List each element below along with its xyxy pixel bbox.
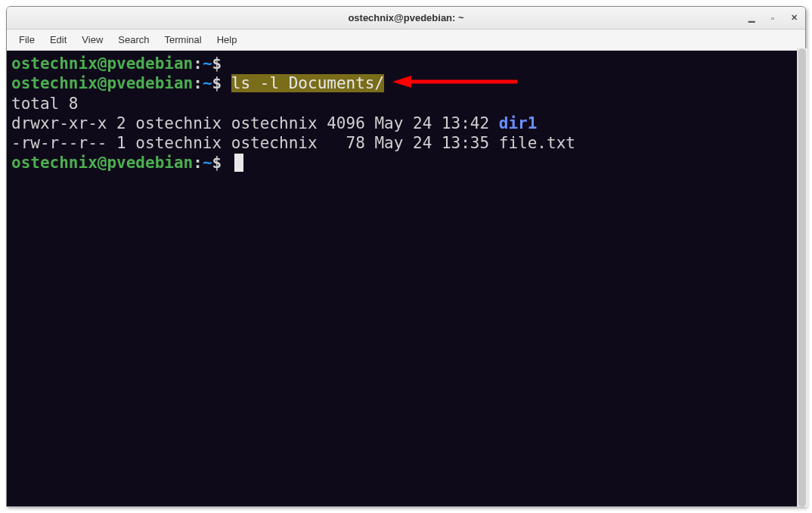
prompt-user: ostechnix@pvedebian	[11, 74, 193, 92]
window-controls: ▁ ▫ ✕	[746, 13, 799, 23]
terminal-line-6: ostechnix@pvedebian:~$	[11, 153, 801, 173]
arrow-annotation-icon	[392, 74, 521, 89]
cursor-icon	[234, 154, 243, 172]
prompt-colon: :	[193, 74, 203, 92]
titlebar[interactable]: ostechnix@pvedebian: ~ ▁ ▫ ✕	[7, 7, 805, 30]
close-button[interactable]: ✕	[789, 13, 799, 23]
menu-help[interactable]: Help	[209, 31, 245, 48]
menu-terminal[interactable]: Terminal	[157, 31, 209, 48]
menu-view[interactable]: View	[74, 31, 110, 48]
highlighted-command: ls -l Documents/	[231, 74, 384, 92]
menu-edit[interactable]: Edit	[42, 31, 74, 48]
terminal-content[interactable]: ostechnix@pvedebian:~$ ostechnix@pvedebi…	[7, 51, 805, 506]
terminal-line-5: -rw-r--r-- 1 ostechnix ostechnix 78 May …	[11, 133, 801, 153]
scrollbar[interactable]	[797, 48, 807, 507]
scrollbar-thumb[interactable]	[798, 48, 806, 507]
maximize-button[interactable]: ▫	[767, 13, 778, 23]
minimize-button[interactable]: ▁	[746, 13, 757, 23]
prompt-dollar: $	[212, 54, 222, 73]
terminal-line-3: total 8	[11, 94, 801, 113]
listing-row-1-meta: drwxr-xr-x 2 ostechnix ostechnix 4096 Ma…	[11, 114, 499, 132]
menu-search[interactable]: Search	[110, 31, 157, 48]
terminal-line-4: drwxr-xr-x 2 ostechnix ostechnix 4096 Ma…	[11, 113, 801, 133]
prompt-user: ostechnix@pvedebian	[11, 154, 193, 172]
terminal-line-1: ostechnix@pvedebian:~$	[11, 54, 801, 73]
prompt-user: ostechnix@pvedebian	[11, 54, 193, 73]
prompt-dollar: $	[212, 154, 222, 172]
prompt-path: ~	[203, 154, 212, 172]
prompt-dollar: $	[212, 74, 222, 92]
prompt-path: ~	[203, 54, 212, 73]
prompt-colon: :	[193, 154, 203, 172]
listing-dir-name: dir1	[499, 114, 538, 132]
prompt-colon: :	[193, 54, 203, 73]
prompt-path: ~	[203, 74, 212, 92]
terminal-window: ostechnix@pvedebian: ~ ▁ ▫ ✕ File Edit V…	[6, 6, 806, 507]
window-title: ostechnix@pvedebian: ~	[348, 12, 463, 23]
svg-marker-1	[392, 76, 411, 88]
menubar: File Edit View Search Terminal Help	[7, 30, 805, 51]
menu-file[interactable]: File	[11, 31, 42, 48]
